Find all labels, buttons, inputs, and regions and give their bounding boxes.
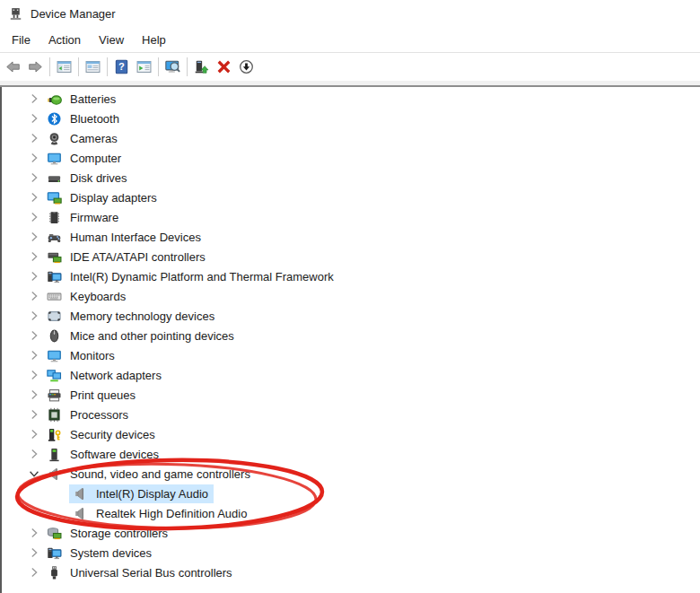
tree-item-label: Computer — [70, 152, 121, 165]
tree-item-system-devices[interactable]: System devices — [2, 543, 700, 562]
tree-item-label: Memory technology devices — [70, 310, 214, 323]
tree-item-label: Cameras — [70, 132, 118, 145]
chevron-right-icon[interactable] — [25, 288, 43, 304]
chevron-right-icon[interactable] — [25, 426, 43, 442]
sound-icon — [73, 486, 88, 501]
uninstall-button[interactable] — [213, 56, 235, 78]
tree-item-label: IDE ATA/ATAPI controllers — [70, 250, 206, 264]
tree-item-print-queues[interactable]: Print queues — [2, 385, 700, 405]
back-button[interactable] — [2, 56, 24, 78]
tree-item-computer[interactable]: Computer — [2, 148, 700, 168]
printer-icon — [47, 388, 62, 403]
chevron-right-icon[interactable] — [25, 150, 43, 166]
camera-icon — [47, 131, 62, 146]
menu-view[interactable]: View — [90, 30, 133, 50]
chevron-right-icon[interactable] — [25, 229, 43, 245]
tree-item-label: Sound, video and game controllers — [70, 467, 250, 481]
item-content: Memory technology devices — [43, 307, 220, 326]
help-button[interactable]: ? — [110, 56, 133, 78]
chevron-right-icon[interactable] — [25, 446, 43, 462]
tree-item-intel-r-display-audio[interactable]: Intel(R) Display Audio — [2, 484, 700, 503]
tree-item-processors[interactable]: Processors — [2, 405, 700, 424]
chevron-right-icon[interactable] — [25, 545, 43, 561]
tree-item-network-adapters[interactable]: Network adapters — [2, 365, 700, 385]
item-content: Processors — [43, 406, 134, 424]
update-driver-icon — [194, 59, 209, 74]
chevron-right-icon[interactable] — [25, 525, 43, 541]
tree-item-mice-and-other-pointing-devices[interactable]: Mice and other pointing devices — [2, 326, 700, 345]
tree-item-bluetooth[interactable]: Bluetooth — [2, 109, 700, 128]
tree-item-software-devices[interactable]: Software devices — [2, 444, 700, 464]
sound-icon — [73, 506, 88, 521]
tree-item-security-devices[interactable]: Security devices — [2, 424, 700, 444]
chevron-right-icon[interactable] — [25, 367, 43, 383]
menu-action[interactable]: Action — [39, 30, 90, 50]
keyboard-icon — [47, 289, 62, 304]
tree-item-intel-r-dynamic-platform-and-thermal-framework[interactable]: Intel(R) Dynamic Platform and Thermal Fr… — [2, 266, 700, 286]
item-content: Keyboards — [43, 287, 131, 306]
tree-item-label: Disk drives — [70, 171, 127, 185]
device-tree-pane: BatteriesBluetoothCamerasComputerDisk dr… — [0, 87, 700, 593]
monitor-icon — [47, 348, 62, 363]
menu-help[interactable]: Help — [133, 30, 175, 50]
tree-item-memory-technology-devices[interactable]: Memory technology devices — [2, 306, 700, 326]
console-tree-button[interactable] — [53, 56, 75, 78]
disable-icon — [239, 59, 254, 74]
disable-button[interactable] — [235, 56, 258, 78]
item-content: Security devices — [43, 425, 161, 444]
tree-item-human-interface-devices[interactable]: Human Interface Devices — [2, 227, 700, 247]
tree-item-batteries[interactable]: Batteries — [2, 89, 700, 109]
tree-item-label: Mice and other pointing devices — [70, 329, 234, 343]
forward-button[interactable] — [24, 56, 47, 78]
tree-item-label: Security devices — [70, 428, 155, 441]
item-content: Computer — [43, 149, 127, 168]
scan-hardware-button[interactable] — [162, 56, 184, 78]
chevron-right-icon[interactable] — [25, 308, 43, 324]
item-content: Software devices — [43, 445, 164, 464]
tree-item-realtek-high-definition-audio[interactable]: Realtek High Definition Audio — [2, 503, 700, 523]
toolbar: ? — [0, 53, 700, 81]
tree-item-storage-controllers[interactable]: Storage controllers — [2, 523, 700, 543]
tree-item-label: Firmware — [70, 211, 118, 224]
chevron-right-icon[interactable] — [25, 130, 43, 146]
tree-item-sound-video-and-game-controllers[interactable]: Sound, video and game controllers — [2, 464, 700, 484]
action-pane-button[interactable] — [133, 56, 155, 78]
item-content: Human Interface Devices — [43, 228, 206, 247]
tree-item-label: Display adapters — [70, 191, 157, 205]
chevron-right-icon[interactable] — [25, 564, 43, 580]
chevron-down-icon[interactable] — [25, 466, 43, 482]
item-content: Universal Serial Bus controllers — [43, 563, 238, 582]
properties-icon — [85, 59, 101, 74]
toolbar-separator — [187, 57, 188, 76]
chevron-right-icon[interactable] — [25, 249, 43, 265]
chevron-right-icon[interactable] — [25, 406, 43, 423]
chevron-right-icon[interactable] — [25, 91, 43, 107]
tree-item-universal-serial-bus-controllers[interactable]: Universal Serial Bus controllers — [2, 562, 700, 582]
tree-item-keyboards[interactable]: Keyboards — [2, 286, 700, 306]
item-content: Sound, video and game controllers — [43, 465, 256, 484]
processor-icon — [47, 407, 62, 423]
scan-hardware-icon — [165, 59, 180, 74]
item-content: Intel(R) Dynamic Platform and Thermal Fr… — [43, 267, 339, 286]
chevron-right-icon[interactable] — [25, 209, 43, 225]
tree-item-firmware[interactable]: Firmware — [2, 207, 700, 227]
menu-file[interactable]: File — [3, 30, 39, 50]
tree-item-label: Processors — [70, 408, 128, 422]
chevron-right-icon[interactable] — [25, 347, 43, 363]
tree-item-cameras[interactable]: Cameras — [2, 128, 700, 148]
tree-item-disk-drives[interactable]: Disk drives — [2, 168, 700, 187]
chevron-right-icon[interactable] — [25, 268, 43, 284]
tree-item-ide-ata-atapi-controllers[interactable]: IDE ATA/ATAPI controllers — [2, 247, 700, 266]
chevron-right-icon[interactable] — [25, 387, 43, 403]
chevron-right-icon[interactable] — [25, 327, 43, 344]
chevron-right-icon[interactable] — [25, 110, 43, 126]
sound-icon — [47, 467, 62, 482]
chevron-right-icon[interactable] — [25, 189, 43, 205]
tree-item-monitors[interactable]: Monitors — [2, 345, 700, 365]
chevron-right-icon[interactable] — [25, 170, 43, 186]
tree-item-display-adapters[interactable]: Display adapters — [2, 187, 700, 207]
update-driver-button[interactable] — [190, 56, 213, 78]
properties-button[interactable] — [82, 56, 104, 78]
device-manager-icon — [8, 6, 23, 22]
back-icon — [5, 59, 21, 74]
